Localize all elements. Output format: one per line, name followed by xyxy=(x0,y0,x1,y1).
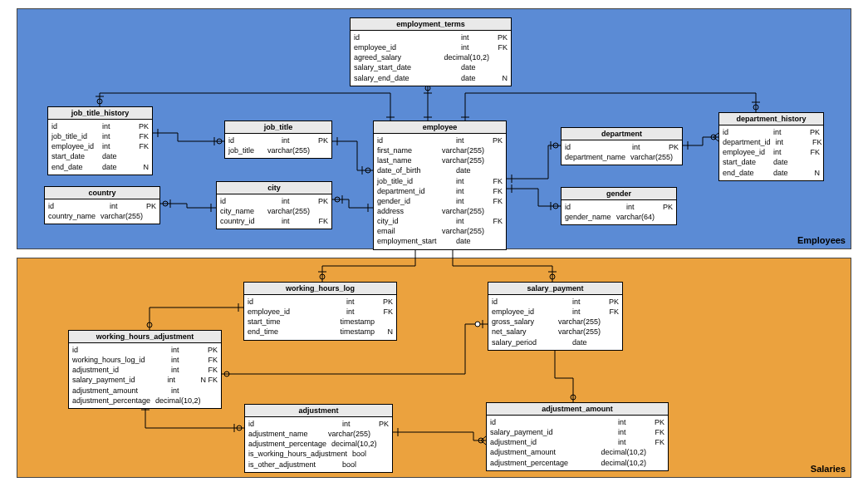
column-key: FK xyxy=(489,176,503,186)
entity-job-title-history[interactable]: job_title_history idintPKjob_title_idint… xyxy=(47,106,153,175)
column-row: salary_end_datedateN xyxy=(354,73,508,83)
column-key xyxy=(807,157,820,167)
diagram-canvas: Employees Salaries xyxy=(0,0,868,487)
column-row: employment_startdate xyxy=(377,236,503,246)
column-name: address xyxy=(377,206,442,216)
column-row: adjustment_percentagedecimal(10,2) xyxy=(248,439,389,449)
column-name: employee_id xyxy=(492,307,572,317)
column-key xyxy=(651,458,664,468)
entity-job-title[interactable]: job_title idintPKjob_titlevarchar(255) xyxy=(224,121,332,159)
column-row: job_title_idintFK xyxy=(377,176,503,186)
column-name: salary_period xyxy=(492,337,572,347)
column-name: agreed_salary xyxy=(354,52,444,62)
column-row: adjustment_percentagedecimal(10,2) xyxy=(72,396,218,406)
column-type: date xyxy=(102,151,135,161)
column-name: country_name xyxy=(48,211,101,221)
column-type: int xyxy=(773,147,807,157)
column-row: salary_payment_idintFK xyxy=(490,427,664,437)
entity-adjustment[interactable]: adjustment idintPKadjustment_namevarchar… xyxy=(244,404,393,473)
column-row: department_idintFK xyxy=(723,137,820,147)
entity-salary-payment[interactable]: salary_payment idintPKemployee_idintFKgr… xyxy=(488,282,623,351)
column-row: employee_idintFK xyxy=(492,307,619,317)
entity-body: idintPKgender_namevarchar(64) xyxy=(562,200,676,224)
column-type: int xyxy=(773,127,807,137)
column-row: is_other_adjustmentbool xyxy=(248,460,389,470)
column-row: emailvarchar(255) xyxy=(377,226,503,236)
column-type: bool xyxy=(352,449,385,459)
column-row: country_idintFK xyxy=(220,216,328,226)
entity-country[interactable]: country idintPKcountry_namevarchar(255) xyxy=(44,186,160,224)
entity-body: idintPKemployee_idintFKstart_timetimesta… xyxy=(244,295,396,340)
column-key xyxy=(489,145,503,155)
entity-title: job_title xyxy=(225,121,331,134)
entity-adjustment-amount[interactable]: adjustment_amount idintPKsalary_payment_… xyxy=(486,402,669,471)
column-type: date xyxy=(102,162,135,172)
column-key: FK xyxy=(315,216,328,226)
column-key: PK xyxy=(494,32,508,42)
column-key xyxy=(206,396,219,406)
column-name: salary_payment_id xyxy=(72,375,167,385)
column-row: job_titlevarchar(255) xyxy=(228,145,328,155)
column-name: employee_id xyxy=(354,42,461,52)
column-type: int xyxy=(110,201,143,211)
column-type: date xyxy=(461,73,494,83)
column-row: idintPK xyxy=(377,135,503,145)
column-type: int xyxy=(618,427,651,437)
column-name: id xyxy=(51,121,102,131)
column-name: id xyxy=(354,32,461,42)
column-type: int xyxy=(626,202,660,212)
column-row: idintPK xyxy=(48,201,156,211)
entity-body: idintPKadjustment_namevarchar(255)adjust… xyxy=(245,417,392,472)
column-key xyxy=(375,429,389,439)
entity-working-hours-log[interactable]: working_hours_log idintPKemployee_idintF… xyxy=(243,282,397,341)
column-name: job_title xyxy=(228,145,267,155)
column-type: int xyxy=(282,135,315,145)
column-type: timestamp xyxy=(340,317,380,327)
column-key xyxy=(204,386,218,396)
column-name: id xyxy=(248,419,342,429)
column-type: int xyxy=(618,417,651,427)
column-row: department_idintFK xyxy=(377,186,503,196)
entity-working-hours-adjustment[interactable]: working_hours_adjustment idintPKworking_… xyxy=(68,330,222,409)
column-key: PK xyxy=(606,297,619,307)
column-name: department_id xyxy=(723,137,776,147)
column-name: first_name xyxy=(377,145,442,155)
entity-employment-terms[interactable]: employment_terms idintPKemployee_idintFK… xyxy=(350,17,512,86)
column-key: FK xyxy=(651,427,664,437)
column-key xyxy=(315,145,328,155)
column-type: decimal(10,2) xyxy=(601,458,651,468)
column-row: adjustment_idintFK xyxy=(72,365,218,375)
column-key: PK xyxy=(315,196,328,206)
entity-title: country xyxy=(45,187,159,199)
entity-body: idintPKemployee_idintFKgross_salaryvarch… xyxy=(488,295,622,350)
column-name: employee_id xyxy=(51,141,102,151)
column-row: idintPK xyxy=(228,135,328,145)
entity-body: idintPKdepartment_namevarchar(255) xyxy=(562,140,682,165)
column-type: int xyxy=(456,135,489,145)
column-name: id xyxy=(228,135,282,145)
column-name: city_name xyxy=(220,206,267,216)
column-row: net_salaryvarchar(255) xyxy=(492,327,619,337)
column-type: int xyxy=(282,196,315,206)
column-type: decimal(10,2) xyxy=(331,439,382,449)
column-type: decimal(10,2) xyxy=(601,447,651,457)
column-name: working_hours_log_id xyxy=(72,355,171,365)
column-key xyxy=(375,460,389,470)
column-type: int xyxy=(456,216,489,226)
column-name: start_date xyxy=(723,157,773,167)
column-name: department_id xyxy=(377,186,456,196)
entity-department-history[interactable]: department_history idintPKdepartment_idi… xyxy=(718,112,824,181)
column-row: end_datedateN xyxy=(723,168,820,178)
column-name: id xyxy=(565,142,632,152)
entity-department[interactable]: department idintPKdepartment_namevarchar… xyxy=(561,127,683,165)
entity-employee[interactable]: employee idintPKfirst_namevarchar(255)la… xyxy=(373,121,507,250)
column-row: idintPK xyxy=(354,32,508,42)
column-name: adjustment_percentage xyxy=(490,458,601,468)
column-key: PK xyxy=(135,121,149,131)
column-key xyxy=(606,327,619,337)
entity-city[interactable]: city idintPKcity_namevarchar(255)country… xyxy=(216,181,332,229)
column-row: idintPK xyxy=(220,196,328,206)
column-key xyxy=(606,317,619,327)
column-key: FK xyxy=(489,196,503,206)
entity-gender[interactable]: gender idintPKgender_namevarchar(64) xyxy=(561,187,677,225)
